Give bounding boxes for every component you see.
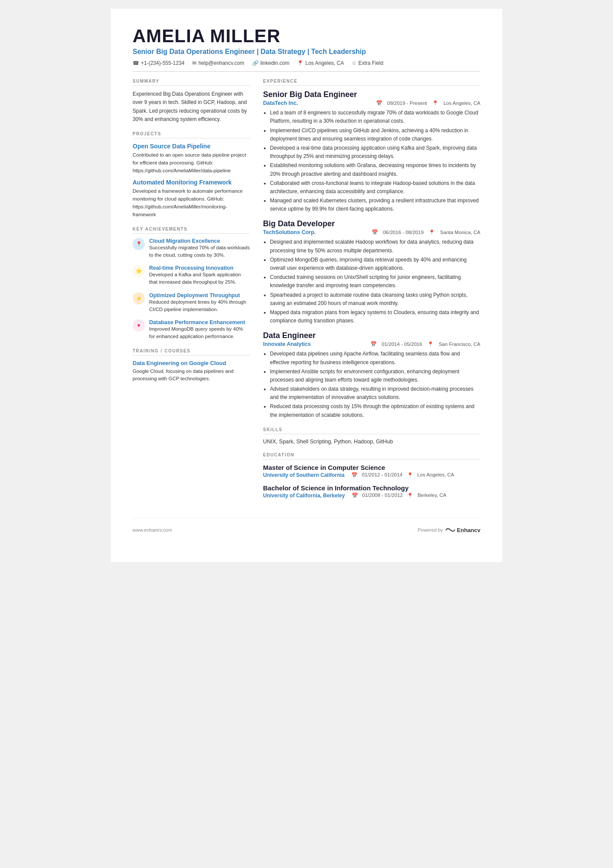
achievement-1: 📍 Cloud Migration Excellence Successfull…	[133, 238, 250, 259]
edu-meta-2: University of California, Berkeley 📅 01/…	[263, 493, 480, 499]
achievement-desc-4: Improved MongoDB query speeds by 40% for…	[149, 325, 250, 341]
project-item-2: Automated Monitoring Framework Developed…	[133, 179, 250, 218]
achievement-title-1: Cloud Migration Excellence	[149, 238, 250, 244]
project-item-1: Open Source Data Pipeline Contributed to…	[133, 143, 250, 174]
edu-title-2: Bachelor of Science in Information Techn…	[263, 484, 480, 492]
job-title-2: Big Data Developer	[263, 219, 480, 228]
location-icon-2: 📍	[429, 229, 435, 235]
achievement-desc-1: Successfully migrated 70% of data worklo…	[149, 244, 250, 259]
job-dates-loc-1: 📅 09/2019 - Present 📍 Los Angeles, CA	[376, 100, 480, 106]
edu-school-1: University of Southern California	[263, 472, 344, 478]
training-desc-1: Google Cloud, focusing on data pipelines…	[133, 368, 250, 383]
achievement-desc-3: Reduced deployment times by 40% through …	[149, 298, 250, 314]
bullet-2-3: Conducted training sessions on Unix/Shel…	[270, 273, 480, 290]
education-label: EDUCATION	[263, 452, 480, 459]
bullet-3-1: Developed data pipelines using Apache Ai…	[270, 350, 480, 366]
edu-dates-loc-1: 📅 01/2012 - 01/2014 📍 Los Angeles, CA	[351, 472, 454, 478]
job-meta-3: Innovate Analytics 📅 01/2014 - 05/2016 📍…	[263, 341, 480, 347]
bullet-1-6: Managed and scaled Kubernetes clusters, …	[270, 197, 480, 213]
location-icon: 📍	[297, 60, 303, 66]
project-title-2: Automated Monitoring Framework	[133, 179, 250, 186]
training-item-1: Data Engineering on Google Cloud Google …	[133, 360, 250, 383]
calendar-icon-1: 📅	[376, 100, 382, 106]
left-column: SUMMARY Experienced Big Data Operations …	[133, 79, 250, 505]
calendar-icon-2: 📅	[372, 229, 378, 235]
job-meta-1: DataTech Inc. 📅 09/2019 - Present 📍 Los …	[263, 100, 480, 106]
edu-dates-loc-2: 📅 01/2008 - 01/2012 📍 Berkeley, CA	[352, 493, 446, 499]
resume-page: AMELIA MILLER Senior Big Data Operations…	[111, 9, 502, 562]
job-1: Senior Big Data Engineer DataTech Inc. 📅…	[263, 90, 480, 213]
job-bullets-2: Designed and implemented scalable Hadoop…	[270, 238, 480, 325]
location-edu-icon-1: 📍	[407, 472, 413, 478]
project-desc-2: Developed a framework to automate perfor…	[133, 188, 250, 218]
main-content: SUMMARY Experienced Big Data Operations …	[133, 79, 480, 505]
bullet-2-1: Designed and implemented scalable Hadoop…	[270, 238, 480, 255]
bullet-1-1: Led a team of 8 engineers to successfull…	[270, 109, 480, 125]
job-dates-loc-2: 📅 06/2016 - 08/2019 📍 Santa Monica, CA	[372, 229, 480, 235]
achievement-3: ⚡ Optimized Deployment Throughput Reduce…	[133, 292, 250, 314]
skills-label: SKILLS	[263, 427, 480, 434]
calendar-icon-3: 📅	[370, 341, 376, 347]
experience-label: EXPERIENCE	[263, 79, 480, 86]
achievement-title-4: Database Performance Enhancement	[149, 319, 250, 325]
achievement-icon-1: 📍	[133, 238, 145, 250]
bullet-1-3: Developed a real-time data processing ap…	[270, 144, 480, 161]
contact-email: ✉ help@enhancv.com	[192, 60, 244, 66]
phone-icon: ☎	[133, 60, 139, 66]
footer-url: www.enhancv.com	[133, 527, 172, 533]
job-meta-2: TechSolutions Corp. 📅 06/2016 - 08/2019 …	[263, 229, 480, 235]
job-bullets-3: Developed data pipelines using Apache Ai…	[270, 350, 480, 419]
candidate-name: AMELIA MILLER	[133, 26, 480, 46]
training-label: TRAINING / COURSES	[133, 349, 250, 355]
bullet-2-2: Optimized MongoDB queries, improving dat…	[270, 256, 480, 272]
bullet-3-4: Reduced data processing costs by 15% thr…	[270, 402, 480, 419]
email-icon: ✉	[192, 60, 197, 66]
edu-item-2: Bachelor of Science in Information Techn…	[263, 484, 480, 499]
contact-location: 📍 Los Angeles, CA	[297, 60, 344, 66]
footer-powered: Powered by Enhancv	[418, 527, 480, 533]
edu-school-2: University of California, Berkeley	[263, 493, 345, 499]
enhancv-logomark	[446, 527, 455, 533]
achievement-4: ♥ Database Performance Enhancement Impro…	[133, 319, 250, 341]
training-title-1: Data Engineering on Google Cloud	[133, 360, 250, 366]
job-dates-loc-3: 📅 01/2014 - 05/2016 📍 San Francisco, CA	[370, 341, 480, 347]
job-3: Data Engineer Innovate Analytics 📅 01/20…	[263, 331, 480, 419]
calendar-edu-icon-1: 📅	[351, 472, 357, 478]
candidate-title: Senior Big Data Operations Engineer | Da…	[133, 48, 480, 56]
header: AMELIA MILLER Senior Big Data Operations…	[133, 26, 480, 72]
achievement-icon-4: ♥	[133, 319, 145, 332]
star-icon: ☆	[352, 60, 356, 66]
achievement-title-2: Real-time Processing Innovation	[149, 265, 250, 271]
job-title-1: Senior Big Data Engineer	[263, 90, 480, 99]
location-icon-1: 📍	[432, 100, 438, 106]
job-title-3: Data Engineer	[263, 331, 480, 340]
bullet-1-5: Collaborated with cross-functional teams…	[270, 179, 480, 196]
summary-label: SUMMARY	[133, 79, 250, 86]
achievement-title-3: Optimized Deployment Throughput	[149, 292, 250, 298]
bullet-1-4: Established monitoring solutions with Gr…	[270, 161, 480, 178]
job-company-2: TechSolutions Corp.	[263, 229, 316, 235]
achievement-2: ⭐ Real-time Processing Innovation Develo…	[133, 265, 250, 286]
contact-linkedin: 🔗 linkedin.com	[252, 60, 290, 66]
enhancv-logo: Enhancv	[446, 527, 480, 533]
job-bullets-1: Led a team of 8 engineers to successfull…	[270, 109, 480, 213]
job-company-1: DataTech Inc.	[263, 100, 298, 106]
bullet-3-3: Advised stakeholders on data strategy, r…	[270, 385, 480, 402]
bullet-2-4: Spearheaded a project to automate routin…	[270, 291, 480, 308]
location-edu-icon-2: 📍	[407, 493, 413, 499]
projects-label: PROJECTS	[133, 131, 250, 138]
calendar-edu-icon-2: 📅	[352, 493, 358, 499]
location-icon-3: 📍	[427, 341, 433, 347]
achievement-desc-2: Developed a Kafka and Spark application …	[149, 271, 250, 286]
footer: www.enhancv.com Powered by Enhancv	[133, 518, 480, 533]
summary-text: Experienced Big Data Operations Engineer…	[133, 90, 250, 124]
contact-phone: ☎ +1-(234)-555-1234	[133, 60, 184, 66]
achievement-icon-2: ⭐	[133, 265, 145, 277]
achievements-label: KEY ACHIEVEMENTS	[133, 227, 250, 234]
edu-item-1: Master of Science in Computer Science Un…	[263, 464, 480, 478]
project-desc-1: Contributed to an open source data pipel…	[133, 151, 250, 174]
project-title-1: Open Source Data Pipeline	[133, 143, 250, 150]
linkedin-icon: 🔗	[252, 60, 259, 66]
right-column: EXPERIENCE Senior Big Data Engineer Data…	[263, 79, 480, 505]
bullet-1-2: Implemented CI/CD pipelines using GitHub…	[270, 127, 480, 143]
